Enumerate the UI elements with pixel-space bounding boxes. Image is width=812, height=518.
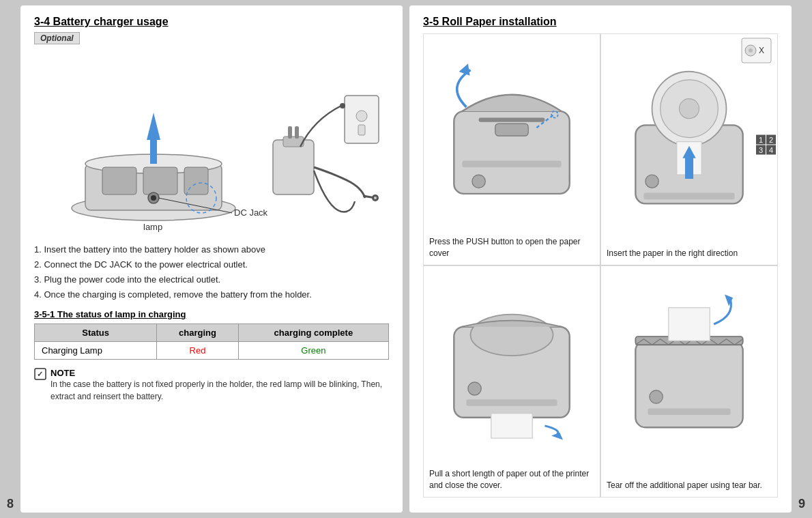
grid-cell-4: Tear off the additional paper using tear… <box>600 265 778 498</box>
cell-3-caption: Pull a short length of paper out of the … <box>429 468 594 491</box>
charging-value: Red <box>157 342 238 360</box>
svg-point-36 <box>749 48 753 53</box>
cell-1-caption: Press the PUSH button to open the paper … <box>429 236 594 259</box>
svg-text:DC Jack: DC Jack <box>234 207 268 218</box>
note-icon: ✓ <box>34 368 46 382</box>
note-title: NOTE <box>50 368 389 378</box>
svg-rect-31 <box>479 118 545 122</box>
svg-rect-56 <box>648 408 731 415</box>
svg-point-30 <box>472 175 485 188</box>
svg-marker-27 <box>459 61 474 76</box>
svg-rect-12 <box>273 140 314 195</box>
right-page-number: 9 <box>792 0 812 518</box>
note-box: ✓ NOTE In the case the battery is not fi… <box>34 368 389 403</box>
svg-rect-29 <box>462 161 561 168</box>
charger-diagram: DC Jack lamp <box>34 51 389 235</box>
optional-badge: Optional <box>34 32 80 44</box>
left-panel: 3-4 Battery charger usage Optional DC Ja… <box>20 5 403 513</box>
svg-text:lamp: lamp <box>143 222 162 232</box>
svg-point-23 <box>340 103 345 109</box>
grid-cell-3: Pull a short length of paper out of the … <box>423 265 600 498</box>
instructions: 1. Insert the battery into the battery h… <box>34 242 389 302</box>
left-page-number: 8 <box>0 0 20 518</box>
svg-rect-47 <box>491 414 533 438</box>
col-charging: charging <box>157 324 238 342</box>
svg-rect-28 <box>495 124 528 136</box>
col-complete: charging complete <box>238 324 388 342</box>
col-status: Status <box>35 324 157 342</box>
svg-rect-22 <box>358 125 365 135</box>
note-content: In the case the battery is not fixed pro… <box>50 378 389 403</box>
svg-rect-45 <box>643 193 734 200</box>
svg-point-7 <box>151 195 156 201</box>
svg-point-55 <box>650 390 663 403</box>
svg-text:✓: ✓ <box>37 370 43 378</box>
svg-point-44 <box>646 175 658 188</box>
svg-point-41 <box>679 99 699 119</box>
cell-2-caption: Insert the paper in the right direction <box>607 248 772 259</box>
step-badge: 12 34 <box>756 135 776 155</box>
complete-value: Green <box>238 342 388 360</box>
svg-marker-51 <box>551 433 563 440</box>
svg-rect-14 <box>288 126 292 139</box>
grid-cell-2: X Insert the paper in the right directio… <box>600 33 778 265</box>
svg-rect-15 <box>295 126 299 139</box>
grid-cell-1: Press the PUSH button to open the paper … <box>423 33 600 265</box>
svg-point-21 <box>356 111 367 121</box>
left-section-title: 3-4 Battery charger usage <box>34 16 389 28</box>
status-section-title: 3-5-1 The status of lamp in charging <box>34 309 389 319</box>
svg-rect-3 <box>102 167 136 195</box>
svg-rect-5 <box>184 167 208 195</box>
right-panel: 3-5 Roll Paper installation <box>409 5 792 513</box>
svg-point-18 <box>374 197 377 199</box>
paper-installation-grid: Press the PUSH button to open the paper … <box>423 33 778 498</box>
lamp-label: Charging Lamp <box>35 342 157 360</box>
svg-rect-50 <box>466 399 557 406</box>
svg-text:X: X <box>759 46 764 55</box>
cell-4-caption: Tear off the additional paper using tear… <box>607 480 772 491</box>
svg-point-49 <box>468 382 481 395</box>
status-table: Status charging charging complete Chargi… <box>34 323 389 360</box>
svg-rect-4 <box>143 167 177 195</box>
right-section-title: 3-5 Roll Paper installation <box>423 16 778 28</box>
svg-rect-54 <box>669 308 710 341</box>
table-row: Charging Lamp Red Green <box>35 342 389 360</box>
